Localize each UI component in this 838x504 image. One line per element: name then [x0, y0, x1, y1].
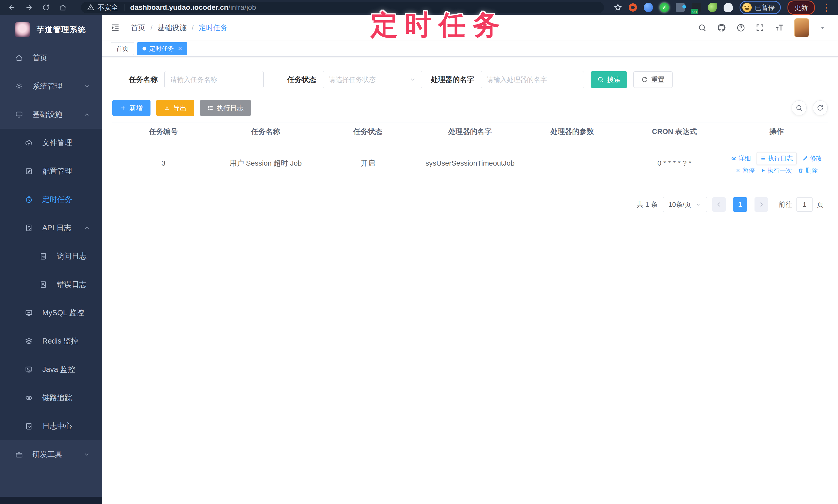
java-monitor-icon	[24, 366, 34, 374]
delete-link[interactable]: 删除	[798, 167, 818, 174]
sidebar-item-scheduled-jobs[interactable]: 定时任务	[0, 185, 102, 214]
pause-link[interactable]: 暂停	[735, 167, 755, 174]
col-job-status: 任务状态	[317, 123, 419, 140]
paused-extension-chip[interactable]: 已暂停	[739, 1, 781, 14]
handler-name-input[interactable]	[481, 71, 584, 88]
goto-page-input[interactable]	[796, 197, 813, 212]
cell-cron: 0 * * * * ? *	[623, 140, 726, 186]
sidebar-item-redis-monitor[interactable]: Redis 监控	[0, 327, 102, 355]
breadcrumb-home[interactable]: 首页	[131, 23, 145, 33]
screen: 不安全 dashboard.yudao.iocoder.cn /infra/jo…	[0, 0, 838, 504]
briefcase-icon	[14, 451, 24, 458]
edit-link[interactable]: 修改	[802, 155, 822, 162]
breadcrumb-infrastructure[interactable]: 基础设施	[158, 23, 187, 33]
divider	[124, 4, 124, 11]
extension-icon[interactable]: ✓	[660, 3, 669, 12]
security-warning-icon[interactable]	[87, 4, 94, 11]
detail-link[interactable]: 详细	[731, 155, 751, 162]
sidebar: 芋道管理系统 首页 系统管理	[0, 15, 102, 504]
sidebar-item-infrastructure[interactable]: 基础设施	[0, 101, 102, 129]
github-icon[interactable]	[717, 23, 726, 33]
col-job-id: 任务编号	[112, 123, 215, 140]
address-bar[interactable]: 不安全 dashboard.yudao.iocoder.cn /infra/jo…	[81, 2, 604, 13]
jobs-table: 任务编号 任务名称 任务状态 处理器的名字 处理器的参数 CRON 表达式 操作…	[112, 123, 828, 186]
extension-icon[interactable]: on	[692, 3, 701, 12]
access-log-icon	[39, 252, 48, 260]
sidebar-item-java-monitor[interactable]: Java 监控	[0, 355, 102, 384]
chevron-down-icon	[695, 201, 701, 208]
job-status-select[interactable]: 请选择任务状态	[323, 71, 422, 88]
search-icon[interactable]	[698, 23, 706, 32]
sidebar-item-mysql-monitor[interactable]: MySQL 监控	[0, 299, 102, 327]
bookmark-star-icon[interactable]	[614, 3, 622, 12]
user-avatar[interactable]	[794, 18, 809, 37]
app-title: 芋道管理系统	[37, 24, 86, 35]
sidebar-item-config-management[interactable]: 配置管理	[0, 157, 102, 185]
extension-icon[interactable]	[629, 3, 637, 12]
cell-job-name: 用户 Session 超时 Job	[215, 140, 317, 186]
cell-handler-params	[521, 140, 623, 186]
next-page-button[interactable]	[754, 197, 768, 212]
chevron-down-icon	[409, 76, 416, 83]
tag-close-icon[interactable]: ×	[178, 44, 182, 53]
page-size-select[interactable]: 10条/页	[663, 197, 707, 212]
home-nav-icon[interactable]	[58, 2, 68, 13]
browser-extensions-cluster: ✓ on 已暂停 更新 ⋮	[614, 1, 831, 15]
reload-icon[interactable]	[41, 2, 51, 13]
run-once-link[interactable]: 执行一次	[761, 167, 792, 174]
redis-monitor-icon	[24, 337, 34, 345]
sidebar-item-trace[interactable]: 链路追踪	[0, 384, 102, 412]
page-unit-label: 页	[817, 200, 824, 209]
hide-search-button[interactable]	[792, 101, 806, 115]
refresh-table-button[interactable]	[813, 101, 828, 115]
sidebar-item-file-management[interactable]: 文件管理	[0, 129, 102, 157]
help-icon[interactable]	[736, 23, 745, 32]
col-handler-name: 处理器的名字	[419, 123, 521, 140]
reset-button[interactable]: 重置	[633, 71, 673, 88]
forward-icon[interactable]	[24, 2, 34, 13]
home-icon	[14, 54, 24, 62]
tag-scheduled-jobs[interactable]: 定时任务 ×	[137, 42, 187, 55]
avatar-caret-icon[interactable]	[819, 25, 826, 31]
prev-page-button[interactable]	[712, 197, 726, 212]
api-log-icon	[24, 224, 34, 232]
sidebar-item-error-log[interactable]: 错误日志	[0, 270, 102, 299]
browser-update-button[interactable]: 更新	[787, 1, 815, 15]
sidebar-item-access-log[interactable]: 访问日志	[0, 242, 102, 270]
sidebar-item-devtools[interactable]: 研发工具	[0, 440, 102, 469]
sidebar-item-log-center[interactable]: 日志中心	[0, 412, 102, 440]
current-page-button[interactable]: 1	[733, 197, 747, 212]
eye-icon	[731, 156, 737, 161]
chevron-up-icon	[84, 224, 90, 231]
fullscreen-icon[interactable]	[755, 23, 764, 32]
extension-icon[interactable]	[644, 3, 653, 12]
sidebar-item-home[interactable]: 首页	[0, 44, 102, 72]
cell-job-id: 3	[112, 140, 215, 186]
col-job-name: 任务名称	[215, 123, 317, 140]
search-form: 任务名称 任务状态 请选择任务状态 处理器的名字 搜索 重置	[129, 71, 828, 88]
sidebar-item-system[interactable]: 系统管理	[0, 72, 102, 101]
add-button[interactable]: 新增	[112, 100, 151, 116]
row-job-log-link[interactable]: 执行日志	[756, 152, 797, 165]
job-log-button[interactable]: 执行日志	[200, 100, 251, 116]
browser-menu-icon[interactable]: ⋮	[821, 3, 831, 12]
infrastructure-submenu: 文件管理 配置管理 定时任务	[0, 129, 102, 440]
extension-icon[interactable]	[708, 3, 717, 12]
tag-home[interactable]: 首页	[111, 42, 134, 55]
sidebar-collapse-icon[interactable]	[111, 23, 120, 33]
back-icon[interactable]	[7, 2, 17, 13]
navbar-actions	[698, 18, 826, 37]
extension-icon[interactable]	[723, 3, 733, 12]
sidebar-item-api-log[interactable]: API 日志	[0, 214, 102, 242]
active-tag-dot	[142, 47, 146, 51]
search-button[interactable]: 搜索	[591, 71, 627, 88]
export-button[interactable]: 导出	[156, 100, 194, 116]
url-host: dashboard.yudao.iocoder.cn	[130, 3, 228, 12]
table-toolbar: 新增 导出 执行日志	[112, 100, 828, 116]
job-name-input[interactable]	[164, 71, 264, 88]
table-tools	[792, 101, 828, 115]
extension-icon[interactable]	[676, 3, 685, 12]
total-count: 共 1 条	[637, 200, 658, 209]
pencil-icon	[802, 156, 808, 161]
font-size-icon[interactable]	[774, 23, 784, 33]
